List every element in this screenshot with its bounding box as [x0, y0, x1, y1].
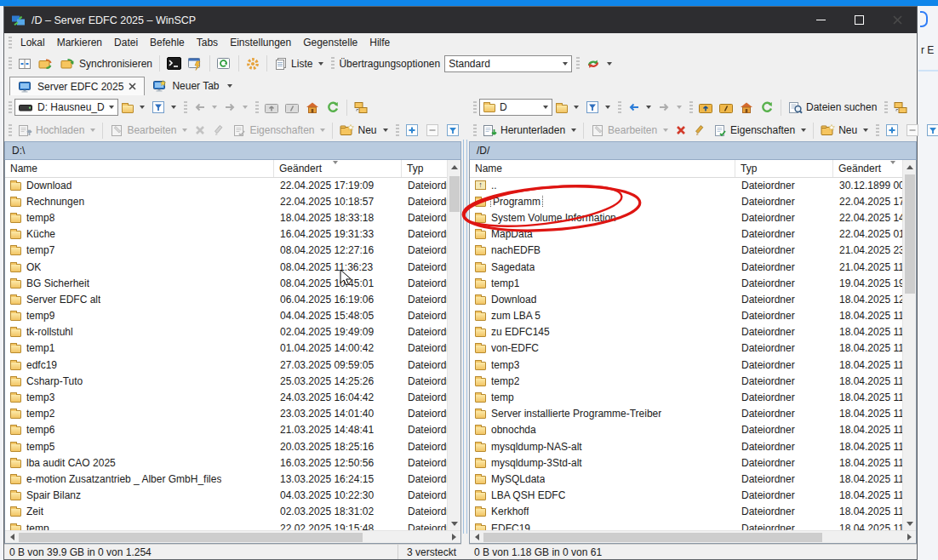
file-row[interactable]: MySQLdataDateiordner18.04.2025 11:	[470, 471, 902, 487]
toolbar-grip[interactable]	[576, 57, 580, 70]
terminal-button[interactable]	[163, 55, 185, 71]
toolbar-grip[interactable]	[184, 101, 187, 114]
file-row[interactable]: Rechnungen22.04.2025 10:18:57Dateiordner	[5, 193, 447, 209]
local-forward-button[interactable]	[220, 100, 251, 115]
local-select-remove-button[interactable]	[422, 122, 443, 139]
local-horizontal-scrollbar[interactable]	[5, 530, 460, 543]
panel-splitter[interactable]	[461, 95, 469, 559]
remote-edit-button[interactable]: Bearbeiten	[587, 123, 672, 139]
menu-item-gegenstelle[interactable]: Gegenstelle	[297, 34, 363, 51]
new-tab-button[interactable]: Neuer Tab	[145, 77, 239, 95]
menu-item-hilfe[interactable]: Hilfe	[363, 34, 396, 51]
close-button[interactable]	[878, 7, 917, 33]
console-command-button[interactable]	[185, 55, 206, 72]
local-root-directory-button[interactable]	[282, 100, 302, 115]
remote-back-button[interactable]	[624, 100, 655, 115]
scroll-left-button[interactable]	[470, 530, 483, 544]
remote-open-directory-button[interactable]	[552, 100, 582, 115]
menu-item-befehle[interactable]: Befehle	[144, 34, 191, 51]
scroll-up-button[interactable]	[903, 160, 917, 174]
column-header-modified[interactable]: Geändert	[274, 160, 402, 177]
file-row[interactable]: EDFC19Dateiordner18.04.2025 11:	[470, 520, 902, 530]
local-filter-button[interactable]	[148, 99, 180, 116]
local-vertical-scrollbar[interactable]	[447, 160, 460, 530]
synchronize-browsing-icon[interactable]	[35, 55, 57, 72]
remote-parent-directory-button[interactable]	[695, 100, 716, 115]
local-select-add-button[interactable]	[402, 122, 422, 139]
remote-home-button[interactable]	[736, 100, 757, 116]
file-row[interactable]: nachEDFBDateiordner21.04.2025 23:	[470, 243, 902, 259]
transfer-profile-select[interactable]: Standard	[444, 55, 572, 72]
toolbar-grip[interactable]	[884, 101, 888, 114]
menu-item-einstellungen[interactable]: Einstellungen	[224, 34, 297, 51]
file-row[interactable]: MapDataDateiordner22.04.2025 01:	[470, 226, 902, 243]
remote-new-button[interactable]: Neu	[817, 123, 872, 138]
local-parent-directory-button[interactable]	[261, 100, 282, 115]
menu-item-markieren[interactable]: Markieren	[51, 34, 108, 51]
minimize-button[interactable]	[802, 7, 840, 33]
file-row[interactable]: zu EDFC145Dateiordner18.04.2025 11:	[470, 324, 902, 340]
scroll-down-button[interactable]	[448, 517, 461, 530]
file-row[interactable]: e-motion Zusatzantrieb _ Alber GmbH_file…	[5, 471, 447, 487]
local-edit-button[interactable]: Bearbeiten	[106, 123, 191, 139]
file-row[interactable]: temp22.02.2025 19:15:48Dateiordner	[5, 520, 447, 530]
local-rename-button[interactable]	[209, 123, 229, 139]
toolbar-grip[interactable]	[396, 124, 399, 137]
file-row[interactable]: ↑..Dateiordner30.12.1899 00:	[470, 177, 902, 193]
file-row[interactable]: zum LBA 5Dateiordner18.04.2025 11:	[470, 308, 902, 324]
remote-path-bar[interactable]: /D/	[469, 141, 917, 160]
local-copy-to-other-panel-button[interactable]	[351, 100, 373, 116]
remote-delete-button[interactable]	[672, 123, 690, 138]
find-files-button[interactable]: Dateien suchen	[785, 100, 880, 116]
toolbar-grip[interactable]	[9, 124, 12, 137]
file-row[interactable]: LBA QSH EDFCDateiordner18.04.2025 11:	[470, 488, 902, 504]
local-new-button[interactable]: Neu	[336, 123, 391, 138]
upload-button[interactable]: Hochladen	[14, 123, 99, 139]
file-row[interactable]: temp3Dateiordner18.04.2025 11:	[470, 357, 902, 373]
toolbar-grip[interactable]	[473, 101, 477, 114]
file-row[interactable]: ProgrammDateiordner22.04.2025 17:	[470, 193, 902, 209]
scrollbar-thumb[interactable]	[449, 176, 460, 212]
file-row[interactable]: temp324.03.2025 16:04:42Dateiordner	[5, 389, 447, 405]
scrollbar-thumb[interactable]	[19, 533, 363, 542]
local-path-bar[interactable]: D:\	[4, 141, 461, 160]
file-row[interactable]: KerkhoffDateiordner18.04.2025 11:	[470, 504, 902, 520]
file-row[interactable]: tk-rollstuhl02.04.2025 19:49:09Dateiordn…	[5, 324, 447, 340]
file-row[interactable]: OK08.04.2025 11:36:23Dateiordner	[5, 259, 447, 275]
scrollbar-thumb[interactable]	[483, 533, 822, 542]
file-row[interactable]: Spair Bilanz04.03.2025 10:22:30Dateiordn…	[5, 488, 447, 504]
local-open-directory-button[interactable]	[118, 100, 148, 115]
file-row[interactable]: Csharp-Tuto25.03.2025 14:25:26Dateiordne…	[5, 373, 447, 389]
file-row[interactable]: mysqldump-NAS-altDateiordner18.04.2025 1…	[470, 438, 902, 454]
file-row[interactable]: Download22.04.2025 17:19:09Dateiordner	[5, 177, 447, 193]
local-selection-filter-button[interactable]	[443, 122, 463, 139]
file-row[interactable]: temp708.04.2025 12:27:16Dateiordner	[5, 243, 447, 259]
refresh-panels-button[interactable]	[214, 55, 235, 71]
synchronize-button[interactable]: Synchronisieren	[57, 55, 156, 72]
toolbar-grip[interactable]	[9, 101, 12, 114]
remote-properties-button[interactable]: Eigenschaften	[710, 123, 809, 139]
toolbar-grip[interactable]	[618, 101, 621, 114]
file-row[interactable]: mysqldump-3Std-altDateiordner18.04.2025 …	[470, 454, 902, 471]
local-home-button[interactable]	[302, 100, 323, 116]
scrollbar-thumb[interactable]	[905, 174, 915, 294]
file-row[interactable]: tempDateiordner18.04.2025 11:	[470, 389, 902, 405]
file-row[interactable]: temp520.03.2025 18:25:16Dateiordner	[5, 438, 447, 454]
toolbar-grip[interactable]	[689, 101, 693, 114]
local-delete-button[interactable]	[191, 123, 209, 138]
file-row[interactable]: SagedataDateiordner21.04.2025 11:	[470, 259, 902, 275]
file-row[interactable]: temp2Dateiordner18.04.2025 11:	[470, 373, 902, 389]
download-button[interactable]: Herunterladen	[479, 123, 580, 139]
file-row[interactable]: temp223.03.2025 14:01:40Dateiordner	[5, 406, 447, 422]
remote-rename-button[interactable]	[690, 123, 710, 139]
scroll-left-button[interactable]	[5, 530, 19, 544]
file-row[interactable]: lba audit CAO 202516.03.2025 12:50:56Dat…	[5, 454, 447, 471]
menu-item-lokal[interactable]: Lokal	[14, 34, 51, 51]
file-row[interactable]: temp101.04.2025 14:00:42Dateiordner	[5, 340, 447, 357]
remote-select-add-button[interactable]	[882, 122, 902, 139]
file-row[interactable]: System Volume InformationDateiordner22.0…	[470, 209, 902, 226]
toolbar-grip[interactable]	[331, 57, 335, 70]
local-refresh-button[interactable]	[323, 99, 343, 116]
local-back-button[interactable]	[190, 100, 220, 115]
transfer-settings-button[interactable]	[582, 55, 615, 72]
